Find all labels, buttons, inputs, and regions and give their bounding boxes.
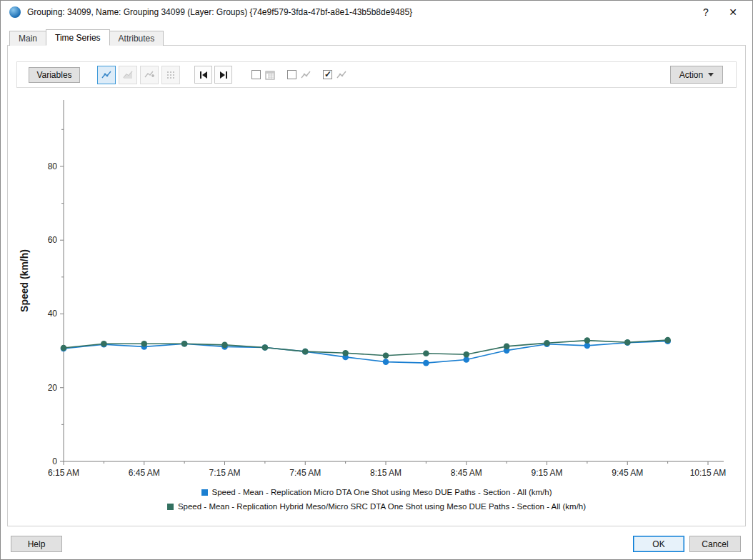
svg-text:10:15 AM: 10:15 AM: [690, 468, 727, 478]
chart-canvas: 0204060806:15 AM6:45 AM7:15 AM7:45 AM8:1…: [6, 92, 749, 484]
tab-bar: Main Time Series Attributes: [9, 29, 163, 46]
titlebar: Grouping: 34099, Name: Grouping 34099 (L…: [1, 1, 752, 24]
svg-text:Speed (km/h): Speed (km/h): [19, 249, 30, 312]
skip-last-button[interactable]: [214, 66, 232, 84]
svg-text:9:45 AM: 9:45 AM: [612, 468, 643, 478]
grid-dots-icon: [165, 69, 176, 81]
cancel-button[interactable]: Cancel: [689, 536, 741, 552]
nav-group: [194, 66, 232, 84]
chevron-down-icon: [708, 73, 714, 76]
toolbar: Variables: [16, 61, 737, 88]
svg-text:80: 80: [48, 161, 58, 171]
skip-first-icon: [199, 70, 209, 80]
skip-first-button[interactable]: [194, 66, 212, 84]
svg-text:7:45 AM: 7:45 AM: [289, 468, 321, 478]
legend-label: Speed - Mean - Replication Hybrid Meso/M…: [178, 502, 586, 511]
svg-text:0: 0: [52, 456, 57, 466]
action-label: Action: [679, 70, 703, 80]
legend-item: Speed - Mean - Replication Hybrid Meso/M…: [167, 502, 586, 511]
area-chart-icon: [122, 69, 134, 81]
legend-item: Speed - Mean - Replication Micro DTA One…: [201, 488, 552, 496]
tab-main[interactable]: Main: [9, 31, 46, 46]
svg-text:9:15 AM: 9:15 AM: [531, 468, 562, 478]
view-mode-group: [97, 66, 180, 84]
chart-a-checkbox[interactable]: [287, 70, 296, 79]
time-series-chart: 0204060806:15 AM6:45 AM7:15 AM7:45 AM8:1…: [6, 92, 749, 484]
chart-icon: [300, 69, 311, 81]
line-chart-view-button[interactable]: [97, 66, 116, 84]
svg-text:20: 20: [48, 383, 58, 393]
app-icon: [9, 6, 21, 18]
svg-text:6:45 AM: 6:45 AM: [129, 468, 160, 478]
area-chart-view-button[interactable]: [119, 66, 137, 84]
window-title: Grouping: 34099, Name: Grouping 34099 (L…: [27, 7, 412, 17]
action-dropdown-button[interactable]: Action: [670, 66, 723, 84]
svg-text:8:45 AM: 8:45 AM: [451, 468, 482, 478]
tab-time-series[interactable]: Time Series: [46, 29, 110, 46]
legend-swatch-micro: [201, 489, 208, 496]
chart-b-checkbox[interactable]: [323, 70, 332, 79]
svg-text:8:15 AM: 8:15 AM: [370, 468, 402, 478]
skip-last-icon: [219, 70, 229, 80]
svg-text:60: 60: [48, 235, 58, 245]
table-view-button[interactable]: [161, 66, 180, 84]
close-button[interactable]: ✕: [722, 6, 744, 18]
toggle-calendar: [251, 69, 276, 81]
ok-button[interactable]: OK: [633, 536, 684, 552]
chart-plus-icon: [144, 69, 155, 81]
line-chart-icon: [101, 69, 112, 81]
help-button[interactable]: ?: [695, 6, 717, 18]
chart-legend: Speed - Mean - Replication Micro DTA One…: [1, 488, 752, 511]
grouping-dialog: Grouping: 34099, Name: Grouping 34099 (L…: [0, 0, 753, 560]
variables-button[interactable]: Variables: [29, 67, 80, 83]
svg-text:6:15 AM: 6:15 AM: [48, 468, 79, 478]
chart-icon: [336, 69, 347, 81]
svg-text:40: 40: [48, 309, 58, 319]
toggle-chart-a: [287, 69, 311, 81]
add-chart-view-button[interactable]: [140, 66, 159, 84]
legend-swatch-hybrid: [167, 504, 174, 510]
help-button-footer[interactable]: Help: [11, 536, 62, 552]
svg-text:7:15 AM: 7:15 AM: [209, 468, 240, 478]
tab-attributes[interactable]: Attributes: [109, 31, 164, 46]
calendar-checkbox[interactable]: [251, 70, 261, 79]
legend-label: Speed - Mean - Replication Micro DTA One…: [212, 488, 552, 496]
calendar-icon: [264, 69, 276, 81]
toggle-chart-b: [323, 69, 347, 81]
